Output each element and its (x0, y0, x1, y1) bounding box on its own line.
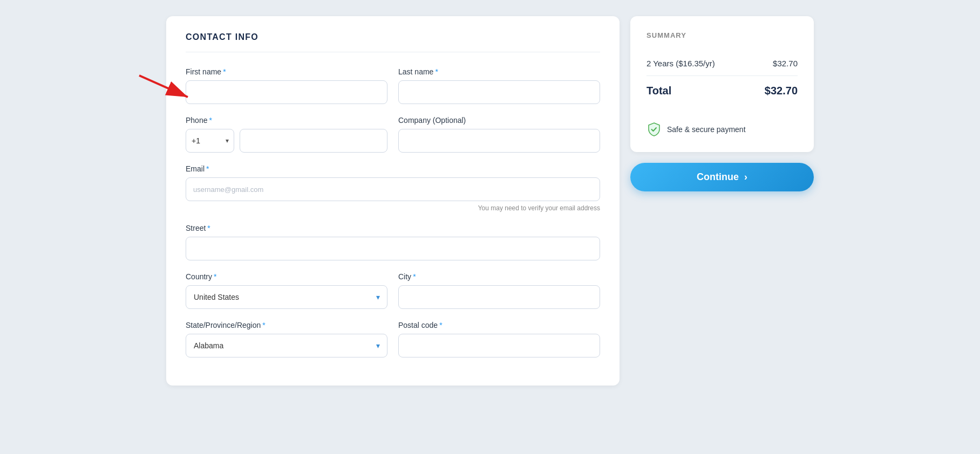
first-name-input[interactable] (186, 80, 387, 104)
last-name-group: Last name* (398, 67, 600, 104)
summary-total-label: Total (646, 85, 671, 97)
state-required: * (262, 321, 265, 329)
secure-badge: Safe & secure payment (646, 114, 798, 137)
first-name-group: First name* (186, 67, 387, 104)
last-name-input[interactable] (398, 80, 600, 104)
summary-years-value: $32.70 (773, 59, 798, 68)
postal-code-input[interactable] (398, 334, 600, 357)
phone-code-select[interactable]: +1 +44 +61 +33 (186, 129, 234, 153)
postal-required: * (439, 321, 442, 329)
last-name-required: * (435, 67, 438, 76)
country-select[interactable]: United States Canada United Kingdom Aust… (186, 285, 387, 309)
street-required: * (207, 224, 210, 232)
continue-button[interactable]: Continue › (630, 163, 814, 191)
state-postal-row: State/Province/Region* Alabama Alaska Ar… (186, 321, 600, 357)
secure-payment-text: Safe & secure payment (667, 125, 746, 134)
state-select[interactable]: Alabama Alaska Arizona California Colora… (186, 334, 387, 357)
street-group: Street* (186, 224, 600, 260)
last-name-label: Last name* (398, 67, 600, 76)
name-row: First name* Last name* (186, 67, 600, 104)
first-name-label: First name* (186, 67, 387, 76)
city-input[interactable] (398, 285, 600, 309)
city-label: City* (398, 272, 600, 281)
form-section-title: CONTACT INFO (186, 32, 600, 52)
email-row: Email* username@gmail.com You may need t… (186, 164, 600, 212)
postal-group: Postal code* (398, 321, 600, 357)
country-required: * (214, 272, 216, 281)
email-input-wrapper: username@gmail.com (186, 177, 600, 201)
email-label: Email* (186, 164, 600, 173)
phone-code-wrapper: +1 +44 +61 +33 ▾ (186, 129, 234, 153)
email-group: Email* username@gmail.com You may need t… (186, 164, 600, 212)
city-group: City* (398, 272, 600, 309)
state-group: State/Province/Region* Alabama Alaska Ar… (186, 321, 387, 357)
street-label: Street* (186, 224, 600, 232)
company-input[interactable] (398, 129, 600, 153)
summary-line-years: 2 Years ($16.35/yr) $32.70 (646, 51, 798, 76)
city-required: * (413, 272, 416, 281)
continue-chevron-icon: › (744, 171, 747, 183)
phone-group: Phone* +1 +44 +61 +33 ▾ (186, 116, 387, 153)
street-row: Street* (186, 224, 600, 260)
svg-line-1 (139, 75, 188, 97)
company-label: Company (Optional) (398, 116, 600, 125)
phone-label: Phone* (186, 116, 387, 125)
shield-icon (646, 122, 662, 137)
country-select-wrapper: United States Canada United Kingdom Aust… (186, 285, 387, 309)
company-group: Company (Optional) (398, 116, 600, 153)
summary-years-label: 2 Years ($16.35/yr) (646, 59, 715, 68)
state-select-wrapper: Alabama Alaska Arizona California Colora… (186, 334, 387, 357)
email-required: * (206, 164, 209, 173)
email-input[interactable] (186, 177, 600, 201)
summary-total-line: Total $32.70 (646, 76, 798, 105)
state-label: State/Province/Region* (186, 321, 387, 329)
phone-number-input[interactable] (240, 129, 387, 153)
summary-total-value: $32.70 (765, 85, 798, 97)
phone-company-row: Phone* +1 +44 +61 +33 ▾ (186, 116, 600, 153)
summary-title: SUMMARY (646, 31, 798, 39)
summary-card: SUMMARY 2 Years ($16.35/yr) $32.70 Total… (630, 16, 814, 152)
country-group: Country* United States Canada United Kin… (186, 272, 387, 309)
postal-label: Postal code* (398, 321, 600, 329)
first-name-required: * (223, 67, 226, 76)
email-hint: You may need to verify your email addres… (186, 204, 600, 212)
phone-input-row: +1 +44 +61 +33 ▾ (186, 129, 387, 153)
country-city-row: Country* United States Canada United Kin… (186, 272, 600, 309)
street-input[interactable] (186, 237, 600, 260)
arrow-indicator (134, 70, 199, 102)
continue-label: Continue (697, 171, 739, 183)
country-label: Country* (186, 272, 387, 281)
contact-info-form: CONTACT INFO First name* Last name* Phon… (166, 16, 620, 386)
phone-required: * (209, 116, 212, 125)
